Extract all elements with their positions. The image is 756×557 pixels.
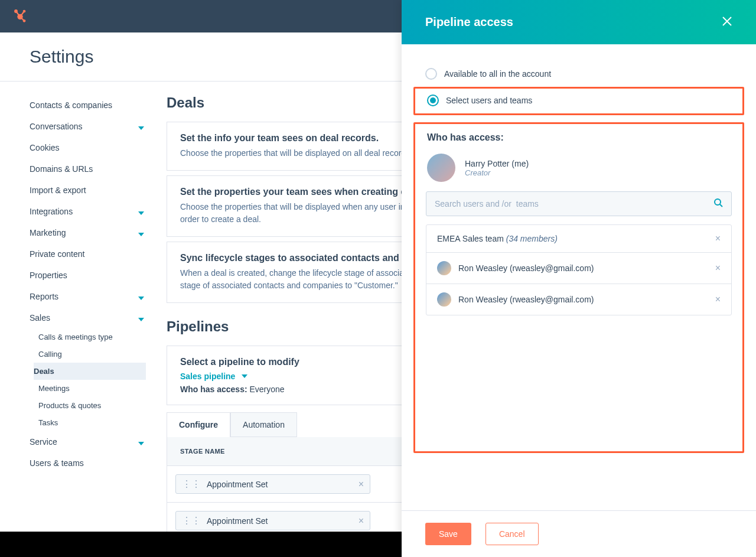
sidebar-subitem[interactable]: Tasks bbox=[38, 414, 144, 431]
sidebar-item[interactable]: Import & export bbox=[30, 180, 144, 201]
remove-stage-icon[interactable]: × bbox=[359, 516, 364, 526]
sidebar-item[interactable]: Properties bbox=[30, 265, 144, 286]
search-input[interactable] bbox=[435, 199, 713, 209]
search-icon bbox=[713, 198, 723, 210]
chevron-down-icon bbox=[138, 123, 144, 129]
selected-team: EMEA Sales team (34 members) × bbox=[426, 225, 731, 253]
search-users-input[interactable] bbox=[426, 191, 732, 216]
item-name: Ron Weasley (rweasley@gmail.com) bbox=[458, 295, 594, 304]
sidebar-subnav: Calls & meetings type Calling Deals Meet… bbox=[30, 328, 144, 431]
radio-select-users[interactable]: Select users and teams bbox=[415, 89, 742, 112]
sidebar-item[interactable]: Conversations bbox=[30, 116, 144, 137]
sidebar-subitem[interactable]: Meetings bbox=[38, 380, 144, 397]
chevron-down-icon bbox=[138, 439, 144, 445]
chevron-down-icon bbox=[138, 315, 144, 321]
remove-item-icon[interactable]: × bbox=[715, 294, 721, 305]
close-panel-icon[interactable] bbox=[722, 16, 732, 29]
stage-name: Appointment Set bbox=[207, 480, 359, 489]
sidebar-item[interactable]: Private content bbox=[30, 243, 144, 265]
tab-automation[interactable]: Automation bbox=[230, 412, 297, 437]
sidebar-item[interactable]: Service bbox=[30, 431, 144, 452]
selected-list: EMEA Sales team (34 members) × Ron Weasl… bbox=[426, 224, 732, 315]
cancel-button[interactable]: Cancel bbox=[485, 523, 539, 545]
hubspot-logo[interactable] bbox=[12, 7, 28, 26]
item-meta: (34 members) bbox=[506, 234, 558, 243]
svg-point-4 bbox=[715, 199, 721, 205]
sidebar-item[interactable]: Reports bbox=[30, 286, 144, 307]
pipeline-dropdown[interactable]: Sales pipeline bbox=[180, 372, 248, 381]
drag-handle-icon[interactable]: ⋮⋮ bbox=[182, 478, 201, 490]
panel-header: Pipeline access bbox=[402, 0, 756, 44]
tab-configure[interactable]: Configure bbox=[167, 412, 230, 437]
avatar bbox=[437, 292, 451, 307]
remove-item-icon[interactable]: × bbox=[715, 233, 721, 244]
highlight-box-access: Who has access: Harry Potter (me) Creato… bbox=[413, 122, 744, 453]
panel-body: Available to all in the account Select u… bbox=[402, 44, 756, 510]
sidebar-subitem[interactable]: Products & quotes bbox=[38, 397, 144, 414]
who-has-access-heading: Who has access: bbox=[426, 132, 732, 143]
sidebar-item-sales[interactable]: Sales bbox=[30, 307, 144, 328]
remove-stage-icon[interactable]: × bbox=[359, 479, 364, 490]
radio-label: Select users and teams bbox=[446, 96, 532, 105]
pipeline-name: Sales pipeline bbox=[180, 372, 235, 381]
item-name: Ron Weasley (rweasley@gmail.com) bbox=[458, 263, 594, 273]
bottom-strip bbox=[0, 532, 402, 557]
stage-name: Appointment Set bbox=[207, 516, 359, 526]
stage-input[interactable]: ⋮⋮ Appointment Set × bbox=[175, 474, 370, 494]
radio-all-users[interactable]: Available to all in the account bbox=[413, 62, 744, 86]
creator-row: Harry Potter (me) Creator bbox=[426, 154, 732, 182]
panel-title: Pipeline access bbox=[425, 15, 513, 29]
creator-role: Creator bbox=[465, 168, 529, 177]
settings-sidebar: Contacts & companies Conversations Cooki… bbox=[0, 82, 154, 554]
selected-user: Ron Weasley (rweasley@gmail.com) × bbox=[426, 253, 731, 284]
sidebar-subitem[interactable]: Calls & meetings type bbox=[38, 328, 144, 346]
sidebar-item[interactable]: Marketing bbox=[30, 222, 144, 243]
panel-footer: Save Cancel bbox=[402, 510, 756, 557]
sidebar-subitem-deals[interactable]: Deals bbox=[34, 363, 146, 380]
sidebar-item[interactable]: Domains & URLs bbox=[30, 158, 144, 180]
remove-item-icon[interactable]: × bbox=[715, 263, 721, 273]
highlight-box-radio: Select users and teams bbox=[413, 87, 744, 115]
radio-label: Available to all in the account bbox=[444, 69, 551, 79]
save-button[interactable]: Save bbox=[425, 523, 471, 545]
creator-name: Harry Potter (me) bbox=[465, 159, 529, 168]
drag-handle-icon[interactable]: ⋮⋮ bbox=[182, 515, 201, 526]
stage-input[interactable]: ⋮⋮ Appointment Set × bbox=[175, 511, 370, 530]
avatar bbox=[427, 154, 455, 182]
radio-icon bbox=[425, 68, 437, 80]
caret-down-icon bbox=[241, 372, 248, 381]
chevron-down-icon bbox=[138, 209, 144, 214]
pipeline-access-panel: Pipeline access Available to all in the … bbox=[402, 0, 756, 557]
selected-user: Ron Weasley (rweasley@gmail.com) × bbox=[426, 284, 731, 315]
chevron-down-icon bbox=[138, 294, 144, 299]
chevron-down-icon bbox=[138, 230, 144, 236]
sidebar-item[interactable]: Users & teams bbox=[30, 452, 144, 474]
avatar bbox=[437, 261, 451, 275]
radio-icon bbox=[427, 95, 439, 106]
item-name: EMEA Sales team bbox=[437, 234, 504, 243]
sidebar-item[interactable]: Cookies bbox=[30, 137, 144, 158]
sidebar-item[interactable]: Contacts & companies bbox=[30, 95, 144, 116]
sidebar-subitem[interactable]: Calling bbox=[38, 346, 144, 363]
sidebar-item[interactable]: Integrations bbox=[30, 201, 144, 222]
